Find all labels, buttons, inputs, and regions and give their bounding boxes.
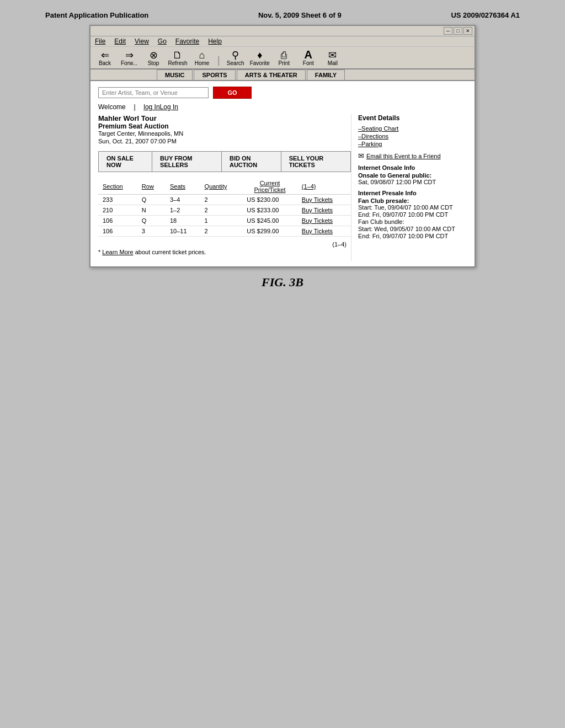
login-link[interactable]: log InLog In bbox=[143, 103, 178, 111]
toolbar-refresh[interactable]: 🗋 Refresh bbox=[168, 50, 188, 66]
toolbar-home[interactable]: ⌂ Home bbox=[192, 50, 212, 66]
email-event-link[interactable]: Email this Event to a Friend bbox=[366, 153, 441, 159]
cell-section: 106 bbox=[98, 216, 137, 226]
minimize-button[interactable]: ─ bbox=[444, 27, 452, 35]
toolbar-forward-label: Forw... bbox=[121, 60, 137, 66]
buy-tickets-link-4[interactable]: Buy Tickets bbox=[302, 228, 333, 234]
range-note: (1–4) bbox=[98, 240, 351, 249]
directions-link[interactable]: –Directions bbox=[358, 133, 467, 140]
figure-caption: FIG. 3B bbox=[262, 275, 303, 290]
table-row: 106 3 10–11 2 US $299.00 Buy Tickets bbox=[98, 226, 351, 237]
onsale-info: Internet Onsale Info Onsale to General p… bbox=[358, 164, 467, 185]
cell-price: US $230.00 bbox=[242, 195, 297, 205]
toolbar-font[interactable]: A Font bbox=[299, 49, 318, 66]
buy-tickets-link-2[interactable]: Buy Tickets bbox=[302, 207, 333, 213]
menu-view[interactable]: View bbox=[135, 38, 149, 45]
toolbar-mail[interactable]: ✉ Mail bbox=[323, 50, 343, 66]
browser-window: ─ □ ✕ File Edit View Go Favorite Help ⇐ … bbox=[89, 25, 476, 267]
toolbar-print[interactable]: ⎙ Print bbox=[274, 50, 294, 66]
toolbar-stop-label: Stop bbox=[148, 60, 159, 66]
event-details-title: Event Details bbox=[358, 114, 467, 122]
toolbar-forward[interactable]: ⇒ Forw... bbox=[119, 50, 139, 66]
print-icon: ⎙ bbox=[281, 50, 287, 60]
patent-right: US 2009/0276364 A1 bbox=[451, 11, 520, 19]
patent-middle: Nov. 5, 2009 Sheet 6 of 9 bbox=[258, 11, 342, 19]
parking-link[interactable]: –Parking bbox=[358, 141, 467, 147]
cell-buy: Buy Tickets bbox=[297, 216, 351, 226]
email-icon: ✉ bbox=[358, 152, 364, 160]
restore-button[interactable]: □ bbox=[454, 27, 462, 35]
toolbar-stop[interactable]: ⊗ Stop bbox=[143, 50, 163, 66]
event-subtitle: Premium Seat Auction bbox=[98, 122, 351, 130]
btn-sell-your-tickets[interactable]: SELL YOUR TICKETS bbox=[281, 152, 350, 172]
patent-left: Patent Application Publication bbox=[45, 11, 148, 19]
menu-favorite[interactable]: Favorite bbox=[175, 38, 199, 45]
btn-buy-from-sellers[interactable]: BUY FROM SELLERS bbox=[152, 152, 222, 172]
search-go-button[interactable]: GO bbox=[213, 87, 252, 99]
left-column: Mahler Worl Tour Premium Seat Auction Ta… bbox=[98, 114, 351, 261]
cell-price: US $245.00 bbox=[242, 216, 297, 226]
favorite-icon: ♦ bbox=[257, 50, 262, 60]
presale-line-1: Start: Tue, 09/04/07 10:00 AM CDT bbox=[358, 204, 467, 211]
cell-section: 233 bbox=[98, 195, 137, 205]
toolbar-mail-label: Mail bbox=[328, 60, 338, 66]
cell-section: 210 bbox=[98, 205, 137, 216]
btn-bid-on-auction[interactable]: BID ON AUCTION bbox=[222, 152, 281, 172]
ticket-table: Section Row Seats Quantity CurrentPrice/… bbox=[98, 179, 351, 237]
menu-help[interactable]: Help bbox=[208, 38, 222, 45]
tab-sports[interactable]: SPORTS bbox=[194, 69, 235, 80]
buy-tickets-link-3[interactable]: Buy Tickets bbox=[302, 217, 333, 224]
cell-quantity: 2 bbox=[200, 205, 243, 216]
menu-file[interactable]: File bbox=[95, 38, 105, 45]
buy-tickets-link-1[interactable]: Buy Tickets bbox=[302, 196, 333, 203]
toolbar-back[interactable]: ⇐ Back bbox=[95, 50, 115, 66]
cell-buy: Buy Tickets bbox=[297, 226, 351, 237]
tab-music[interactable]: MUSIC bbox=[157, 69, 193, 80]
email-row: ✉ Email this Event to a Friend bbox=[358, 152, 467, 160]
col-price: CurrentPrice/Ticket bbox=[242, 179, 297, 195]
search-bar: GO bbox=[98, 87, 467, 99]
cell-price: US $233.00 bbox=[242, 205, 297, 216]
tab-arts[interactable]: ARTS & THEATER bbox=[237, 69, 306, 80]
btn-on-sale-now[interactable]: ON SALE NOW bbox=[99, 152, 152, 172]
cell-row: Q bbox=[137, 195, 166, 205]
stop-icon: ⊗ bbox=[150, 50, 158, 60]
cell-seats: 3–4 bbox=[166, 195, 200, 205]
toolbar-search[interactable]: ⚲ Search bbox=[226, 50, 246, 66]
event-title: Mahler Worl Tour bbox=[98, 114, 351, 122]
tab-family[interactable]: FAMILY bbox=[307, 69, 345, 80]
seating-chart-link[interactable]: –Seating Chart bbox=[358, 125, 467, 132]
forward-icon: ⇒ bbox=[125, 50, 134, 60]
presale-title: Internet Presale Info bbox=[358, 190, 467, 196]
toolbar-search-label: Search bbox=[227, 60, 244, 66]
learn-more-link[interactable]: Learn More bbox=[102, 249, 133, 255]
col-row: Row bbox=[137, 179, 166, 195]
presale-info: Internet Presale Info Fan Club presale: … bbox=[358, 190, 467, 239]
cell-seats: 10–11 bbox=[166, 226, 200, 237]
back-icon: ⇐ bbox=[101, 50, 109, 60]
content-area: GO Welcome | log InLog In Mahler Worl To… bbox=[90, 81, 475, 266]
toolbar-home-label: Home bbox=[195, 60, 210, 66]
home-icon: ⌂ bbox=[199, 50, 205, 60]
menu-go[interactable]: Go bbox=[158, 38, 167, 45]
main-layout: Mahler Worl Tour Premium Seat Auction Ta… bbox=[98, 114, 467, 261]
refresh-icon: 🗋 bbox=[173, 50, 183, 60]
toolbar-sep1: | bbox=[217, 55, 220, 66]
presale-line-4: Start: Wed, 09/05/07 10:00 AM CDT bbox=[358, 226, 467, 232]
menu-edit[interactable]: Edit bbox=[114, 38, 126, 45]
presale-sub: Fan Club presale: bbox=[358, 197, 467, 204]
mail-icon: ✉ bbox=[328, 50, 337, 60]
col-range: (1–4) bbox=[297, 179, 351, 195]
toolbar-back-label: Back bbox=[99, 60, 111, 66]
close-button[interactable]: ✕ bbox=[463, 27, 472, 35]
toolbar-favorite[interactable]: ♦ Favorite bbox=[250, 50, 270, 66]
table-row: 106 Q 18 1 US $245.00 Buy Tickets bbox=[98, 216, 351, 226]
toolbar-refresh-label: Refresh bbox=[168, 60, 187, 66]
presale-line-5: End: Fri, 09/07/07 10:00 PM CDT bbox=[358, 233, 467, 239]
search-input[interactable] bbox=[98, 87, 209, 98]
cell-quantity: 1 bbox=[200, 216, 243, 226]
title-bar: ─ □ ✕ bbox=[90, 26, 475, 36]
cell-seats: 1–2 bbox=[166, 205, 200, 216]
cell-row: N bbox=[137, 205, 166, 216]
event-venue: Target Center, Minneapolis, MN bbox=[98, 130, 351, 137]
